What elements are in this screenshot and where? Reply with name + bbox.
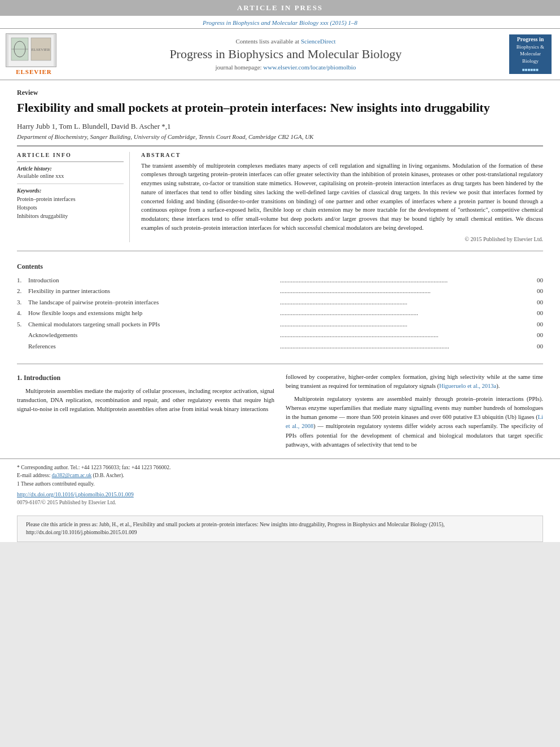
toc-label-5: Chemical modulators targeting small pock… (28, 320, 278, 329)
banner-text: ARTICLE IN PRESS (237, 3, 323, 12)
body-col-right-para1: followed by cooperative, higher-order co… (286, 373, 543, 391)
elsevier-logo-image: ELSEVIER (6, 33, 56, 67)
toc-dots-1: ........................................… (280, 276, 530, 285)
toc-item-ack: Acknowledgements .......................… (17, 330, 543, 340)
svg-text:ELSEVIER: ELSEVIER (31, 47, 50, 52)
journal-ref-line: Progress in Biophysics and Molecular Bio… (0, 16, 560, 28)
contents-title: Contents (17, 263, 543, 271)
toc-num-1: 1. (17, 276, 28, 285)
footer-issn: 0079-6107/© 2015 Published by Elsevier L… (17, 499, 543, 506)
journal-homepage-line: journal homepage: www.elsevier.com/locat… (68, 64, 504, 71)
elsevier-brand-text: ELSEVIER (6, 68, 62, 75)
affiliation-line: Department of Biochemistry, Sanger Build… (17, 133, 543, 140)
toc-dots-2: ........................................… (280, 286, 530, 296)
toc-item-3: 3. The landscape of pairwise protein–pro… (17, 298, 543, 307)
body-col-right-para2: Multiprotein regulatory systems are asse… (286, 395, 543, 450)
divider-1 (17, 251, 543, 251)
equal-contrib-note: 1 These authors contributed equally. (17, 480, 543, 488)
corresponding-author-note: * Corresponding author. Tel.: +44 1223 7… (17, 464, 543, 471)
toc-dots-3: ........................................… (280, 298, 530, 307)
toc-dots-ack: ........................................… (280, 330, 530, 340)
toc-page-ack: 00 (532, 330, 543, 340)
sciencedirect-link[interactable]: ScienceDirect (301, 38, 336, 45)
journal-header-center: Contents lists available at ScienceDirec… (68, 38, 504, 71)
toc-label-1: Introduction (28, 276, 278, 285)
citation-box: Please cite this article in press as: Ju… (17, 516, 543, 542)
toc-page-2: 00 (532, 286, 543, 296)
ref-link-li[interactable]: Li et al., 2008 (286, 414, 543, 429)
ref-link-higueruelo[interactable]: Higueruelo et al., 2013a (439, 383, 496, 389)
article-info-header: ARTICLE INFO (17, 152, 124, 158)
article-history-label: Article history: (17, 165, 124, 172)
journal-ref-text: Progress in Biophysics and Molecular Bio… (203, 19, 357, 26)
article-info-col: ARTICLE INFO Article history: Available … (17, 152, 130, 242)
email-link[interactable]: da382@cam.ac.uk (52, 473, 91, 478)
authors-line: Harry Jubb 1, Tom L. Blundell, David B. … (17, 122, 543, 131)
abstract-col: ABSTRACT The transient assembly of multi… (141, 152, 543, 242)
toc-num-3: 3. (17, 298, 28, 307)
contents-text: Contents lists available at (235, 38, 299, 45)
journal-title: Progress in Biophysics and Molecular Bio… (68, 47, 504, 62)
review-label: Review (17, 89, 543, 97)
body-col-left-para1: Multiprotein assemblies mediate the majo… (17, 387, 274, 414)
keyword-1: Protein–protein interfaces (17, 195, 124, 203)
toc-label-ack: Acknowledgements (28, 330, 278, 340)
journal-logo-right: Progress in Biophysics & Molecular Biolo… (509, 34, 554, 74)
abstract-text: The transient assembly of multiprotein c… (141, 161, 543, 233)
journal-header: ELSEVIER ELSEVIER Contents lists availab… (0, 28, 560, 80)
toc-item-5: 5. Chemical modulators targeting small p… (17, 320, 543, 329)
body-col-left: 1. Introduction Multiprotein assemblies … (17, 373, 274, 453)
keywords-label: Keywords: (17, 187, 124, 194)
toc-dots-ref: ........................................… (280, 342, 530, 351)
toc-page-5: 00 (532, 320, 543, 329)
homepage-url-text: www.elsevier.com/locate/pbiomolbio (263, 64, 356, 71)
toc-page-1: 00 (532, 276, 543, 285)
toc-label-3: The landscape of pairwise protein–protei… (28, 298, 278, 307)
toc-label-4: How flexible loops and extensions might … (28, 308, 278, 318)
authors-text: Harry Jubb 1, Tom L. Blundell, David B. … (17, 122, 171, 130)
toc-page-ref: 00 (532, 342, 543, 351)
journal-logo-image: Progress in Biophysics & Molecular Biolo… (509, 34, 552, 74)
footer-notes: * Corresponding author. Tel.: +44 1223 7… (0, 458, 560, 511)
page-wrapper: ARTICLE IN PRESS Progress in Biophysics … (0, 0, 560, 542)
article-history-value: Available online xxx (17, 173, 124, 179)
toc-page-3: 00 (532, 298, 543, 307)
body-section: 1. Introduction Multiprotein assemblies … (17, 373, 543, 453)
keyword-3: Inhibitors druggability (17, 212, 124, 220)
article-in-press-banner: ARTICLE IN PRESS (0, 0, 560, 16)
toc-num-4: 4. (17, 308, 28, 318)
email-label: E-mail address: (17, 473, 50, 478)
copyright-line: © 2015 Published by Elsevier Ltd. (141, 236, 543, 242)
toc-num-5: 5. (17, 320, 28, 329)
email-person: (D.B. Ascher). (93, 473, 124, 478)
article-info-abstract-section: ARTICLE INFO Article history: Available … (17, 146, 543, 242)
corresponding-text: * Corresponding author. Tel.: +44 1223 7… (17, 465, 170, 470)
doi-line: http://dx.doi.org/10.1016/j.pbiomolbio.2… (17, 490, 543, 499)
main-content: Review Flexibility and small pockets at … (0, 80, 560, 458)
toc-dots-5: ........................................… (280, 320, 530, 329)
toc-item-ref: References .............................… (17, 342, 543, 351)
section-1-title: 1. Introduction (17, 373, 274, 383)
toc-label-2: Flexibility in partner interactions (28, 286, 278, 296)
toc-item-4: 4. How flexible loops and extensions mig… (17, 308, 543, 318)
toc-item-2: 2. Flexibility in partner interactions .… (17, 286, 543, 296)
doi-link[interactable]: http://dx.doi.org/10.1016/j.pbiomolbio.2… (17, 491, 134, 497)
keyword-2: Hotspots (17, 203, 124, 212)
article-title: Flexibility and small pockets at protein… (17, 100, 543, 116)
contents-available-line: Contents lists available at ScienceDirec… (68, 38, 504, 45)
homepage-label: journal homepage: (215, 64, 261, 71)
contents-section: Contents 1. Introduction ...............… (17, 257, 543, 359)
toc-dots-4: ........................................… (280, 308, 530, 318)
email-note: E-mail address: da382@cam.ac.uk (D.B. As… (17, 471, 543, 479)
citation-text: Please cite this article in press as: Ju… (26, 522, 445, 535)
toc-label-ref: References (28, 342, 278, 351)
elsevier-logo-area: ELSEVIER ELSEVIER (6, 33, 62, 75)
abstract-header: ABSTRACT (141, 152, 543, 158)
toc-item-1: 1. Introduction ........................… (17, 276, 543, 285)
divider-2 (17, 364, 543, 364)
toc-num-2: 2. (17, 286, 28, 296)
toc-page-4: 00 (532, 308, 543, 318)
body-col-right: followed by cooperative, higher-order co… (286, 373, 543, 453)
